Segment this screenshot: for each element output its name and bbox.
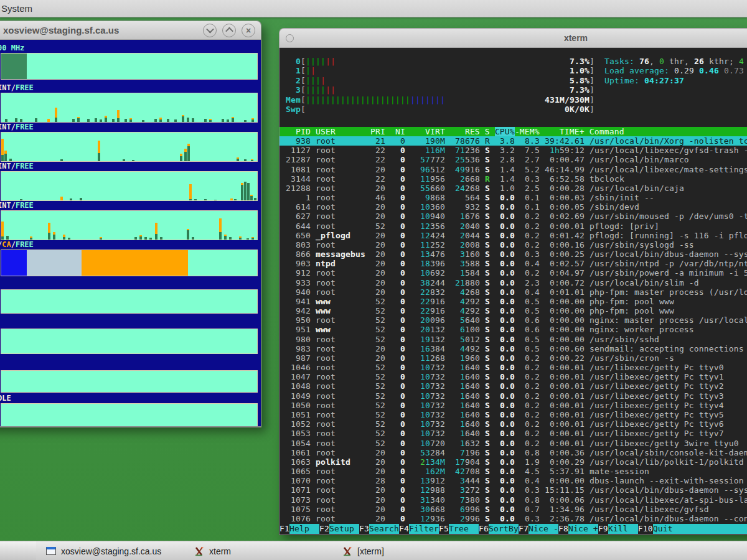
- process-row[interactable]: 1061 root 20 0 53284 7196 S 0.0 0.8 0:00…: [280, 448, 747, 457]
- taskbar-item-label: [xterm]: [357, 546, 384, 556]
- fn-key-label[interactable]: Tree: [449, 524, 479, 534]
- cpu-usage-graph: [1, 210, 258, 240]
- fn-key-label[interactable]: Nice -: [529, 524, 558, 534]
- fn-key[interactable]: F5: [439, 524, 449, 534]
- taskbar: xosview@staging.sf.ca.us xterm [xterm]: [0, 541, 747, 560]
- htop-meter: Swp[0K/0K]: [286, 105, 594, 114]
- fn-key-label[interactable]: SortBy: [489, 524, 519, 534]
- close-icon: ×: [246, 26, 251, 35]
- process-row[interactable]: 1053 root 52 0 10732 1640 S 0.0 0.2 0:00…: [280, 429, 747, 438]
- xosview-title: xosview@staging.sf.ca.us: [3, 25, 119, 35]
- fn-key-label[interactable]: Nice +: [568, 524, 598, 534]
- process-row[interactable]: 987 root 20 0 11268 1960 S 0.0 0.2 0:00.…: [280, 353, 747, 363]
- process-row[interactable]: 1052 root 52 0 10732 1640 S 0.0 0.2 0:00…: [280, 419, 747, 429]
- process-row[interactable]: 1047 root 52 0 10732 1640 S 0.0 0.2 0:00…: [280, 372, 747, 381]
- fn-key-label[interactable]: Help: [289, 524, 319, 534]
- process-row[interactable]: 1073 root 20 0 31340 7380 S 0.0 0.8 0:00…: [280, 495, 747, 505]
- usage-bar: [1, 250, 258, 276]
- process-row[interactable]: 644 root 52 0 12356 2040 S 0.0 0.2 0:00.…: [280, 222, 747, 231]
- fn-key[interactable]: F6: [479, 524, 489, 534]
- process-row[interactable]: 627 root 20 0 10940 1676 S 0.0 0.2 0:02.…: [280, 212, 747, 221]
- meter-label: DLE: [0, 394, 258, 403]
- fn-key[interactable]: F8: [558, 524, 568, 534]
- meter-label: INT/FREE: [0, 123, 258, 132]
- meter-label: INT/FREE: [0, 162, 258, 171]
- process-row[interactable]: 21288 root 20 0 55660 24268 S 1.0 2.5 0:…: [280, 184, 747, 193]
- process-row[interactable]: 983 root 20 0 16384 4492 S 0.0 0.5 0:00.…: [280, 344, 747, 353]
- process-row[interactable]: 951 www 52 0 20132 6100 S 0.0 0.6 0:00.0…: [280, 325, 747, 334]
- taskbar-item-xterm-minimized[interactable]: [xterm]: [332, 541, 481, 560]
- process-row[interactable]: 1063 polkitd 20 0 2134M 17904 S 0.0 1.9 …: [280, 457, 747, 467]
- fn-key[interactable]: F3: [359, 524, 369, 534]
- usage-bar: [1, 289, 258, 314]
- process-row[interactable]: 614 root 20 0 10360 932 S 0.0 0.1 0:00.0…: [280, 202, 747, 212]
- chevron-down-icon: [206, 26, 214, 34]
- fn-key[interactable]: F2: [319, 524, 329, 534]
- window-icon: [46, 547, 56, 555]
- process-row[interactable]: 940 root 20 0 22832 4268 S 0.0 0.4 0:01.…: [280, 287, 747, 297]
- fn-key-label[interactable]: Filter: [409, 524, 439, 534]
- process-row[interactable]: 941 www 52 0 22916 4292 S 0.0 0.5 0:00.0…: [280, 297, 747, 306]
- fn-key[interactable]: F9: [598, 524, 608, 534]
- htop-meter: 3[||||||7.3%]: [286, 85, 594, 95]
- process-row[interactable]: 1075 root 20 0 30668 6996 S 0.0 0.7 1:34…: [280, 505, 747, 514]
- meter-label: 00 MHz: [0, 44, 258, 53]
- taskbar-handle[interactable]: [0, 541, 36, 560]
- fn-key-label[interactable]: Quit: [653, 524, 747, 534]
- fn-key-label[interactable]: Setup: [329, 524, 359, 534]
- cpu-usage-graph: [1, 132, 258, 162]
- minimize-button[interactable]: [203, 24, 217, 37]
- process-row[interactable]: 1065 root 20 0 162M 42708 S 0.0 4.5 5:37…: [280, 467, 747, 476]
- taskbar-item-xterm[interactable]: xterm: [184, 541, 332, 560]
- process-row[interactable]: 1127 root 22 0 116M 71236 S 3.2 7.5 1h59…: [280, 146, 747, 155]
- process-row[interactable]: 21287 root 22 0 57772 25536 S 2.8 2.7 0:…: [280, 155, 747, 164]
- usage-bar: [1, 53, 258, 80]
- window-menu-button[interactable]: [286, 34, 294, 42]
- xterm-icon: [342, 546, 352, 556]
- taskbar-item-xosview[interactable]: xosview@staging.sf.ca.us: [36, 541, 184, 560]
- process-row[interactable]: 650 _pflogd 20 0 12424 2044 S 0.0 0.2 0:…: [280, 231, 747, 240]
- xosview-canvas: 00 MHzINT/FREEINT/FREEINT/FREEINT/FREE/C…: [0, 40, 261, 427]
- process-row[interactable]: 866 messagebus 20 0 13476 3160 S 0.0 0.3…: [280, 250, 747, 259]
- process-row[interactable]: 3144 root 22 0 11956 2668 R 1.4 0.3 6:52…: [280, 174, 747, 184]
- fn-key[interactable]: F7: [519, 524, 529, 534]
- htop-table-header[interactable]: PID USER PRI NI VIRT RES S CPU%-MEM% TIM…: [280, 127, 747, 136]
- fn-key-label[interactable]: Search: [369, 524, 399, 534]
- taskbar-item-label: xosview@staging.sf.ca.us: [61, 546, 161, 556]
- htop-meter: 0[||||||7.3%]: [286, 57, 594, 66]
- xterm-titlebar[interactable]: xterm: [279, 28, 747, 48]
- menu-item-system[interactable]: System: [0, 3, 36, 14]
- process-row[interactable]: 980 root 52 0 19132 5012 S 0.0 0.5 0:00.…: [280, 335, 747, 344]
- process-row[interactable]: 1071 root 20 0 12988 3272 S 0.0 0.3 15:1…: [280, 485, 747, 495]
- fn-key[interactable]: F1: [280, 524, 289, 534]
- process-row[interactable]: 1048 root 52 0 10732 1640 S 0.0 0.2 0:00…: [280, 381, 747, 391]
- process-row[interactable]: 1054 root 52 0 10720 1632 S 0.0 0.2 0:00…: [280, 439, 747, 448]
- fn-key[interactable]: F10: [638, 524, 653, 534]
- process-row[interactable]: 912 root 20 0 10692 1584 S 0.0 0.2 0:04.…: [280, 268, 747, 278]
- process-row[interactable]: 803 root 20 0 11252 2008 S 0.0 0.2 0:00.…: [280, 240, 747, 250]
- terminal: 0[||||||7.3%] 1[||1.0%] 2[||||5.8%] 3[||…: [279, 48, 747, 535]
- maximize-button[interactable]: [222, 24, 236, 37]
- process-row[interactable]: 1 root 46 0 9868 564 S 0.0 0.1 0:00.03 /…: [280, 193, 747, 202]
- process-row[interactable]: 1076 root 20 0 12936 2996 S 0.0 0.3 2:36…: [280, 514, 747, 523]
- process-row[interactable]: 903 ntpd 20 0 18396 3588 S 0.0 0.4 0:02.…: [280, 259, 747, 268]
- fn-key-label[interactable]: Kill: [608, 524, 638, 534]
- process-row[interactable]: 1051 root 52 0 10732 1640 S 0.0 0.2 0:00…: [280, 410, 747, 419]
- process-row[interactable]: 1070 root 28 0 13912 3444 S 0.0 0.4 0:00…: [280, 476, 747, 485]
- close-button[interactable]: ×: [242, 24, 255, 37]
- xosview-titlebar[interactable]: xosview@staging.sf.ca.us ×: [0, 21, 261, 40]
- process-row[interactable]: 1050 root 52 0 10732 1640 S 0.0 0.2 0:00…: [280, 401, 747, 410]
- process-row[interactable]: 1049 root 52 0 10732 1640 S 0.0 0.2 0:00…: [280, 391, 747, 401]
- htop-meter: 2[||||5.8%]: [286, 76, 594, 85]
- sort-column-cpu[interactable]: CPU%: [495, 127, 515, 136]
- xterm-icon: [194, 546, 204, 556]
- process-row[interactable]: 1081 root 20 0 96512 49916 S 1.4 5.2 46:…: [280, 165, 747, 174]
- process-row[interactable]: 950 root 52 0 20096 5640 S 0.0 0.6 0:00.…: [280, 315, 747, 325]
- process-row[interactable]: 938 root 21 0 190M 78676 R 3.8 8.3 39:42…: [280, 136, 747, 146]
- process-row[interactable]: 942 www 52 0 22916 4292 S 0.0 0.5 0:00.0…: [280, 306, 747, 315]
- fn-key[interactable]: F4: [399, 524, 409, 534]
- menu-bar: System: [0, 0, 747, 17]
- xosview-window: xosview@staging.sf.ca.us × 00 MHzINT/FRE…: [0, 21, 261, 426]
- process-row[interactable]: 933 root 20 0 38244 21880 S 0.0 2.3 0:00…: [280, 278, 747, 287]
- process-row[interactable]: 1046 root 52 0 10732 1640 S 0.0 0.2 0:00…: [280, 363, 747, 372]
